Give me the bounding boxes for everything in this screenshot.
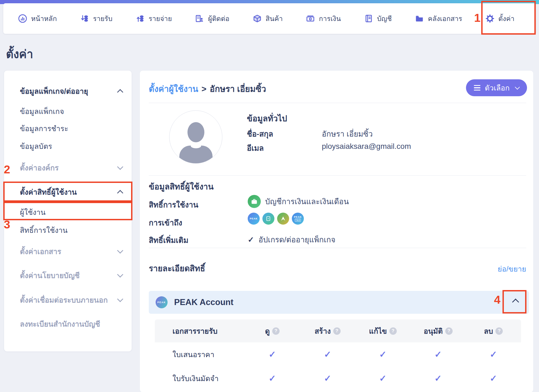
breadcrumb: ตั้งค่าผู้ใช้งาน > อักษรา เอี่ยมซิ้ว bbox=[149, 82, 266, 96]
top-navigation: หน้าหลัก รายรับ รายจ่าย bbox=[3, 3, 536, 34]
column-header-edit: แก้ไข ? bbox=[355, 325, 410, 337]
check-icon: ✓ bbox=[434, 373, 442, 384]
contacts-icon bbox=[195, 14, 204, 23]
rights-detail-title: รายละเอียดสิทธิ์ bbox=[149, 262, 205, 275]
finance-icon bbox=[306, 14, 315, 23]
column-header-delete: ลบ ? bbox=[466, 325, 521, 337]
access-label: การเข้าถึง bbox=[149, 217, 182, 229]
avatar-person-icon bbox=[187, 122, 204, 142]
avatar bbox=[169, 110, 222, 164]
role-value: บัญชีการเงินและเงินเดือน bbox=[265, 195, 349, 207]
dashboard-icon bbox=[18, 14, 27, 23]
help-icon[interactable]: ? bbox=[389, 327, 397, 335]
permission-info-title: ข้อมูลสิทธิ์ผู้ใช้งาน bbox=[149, 180, 214, 193]
check-icon: ✓ bbox=[434, 349, 442, 360]
extra-rights-label: สิทธิ์เพิ่มเติม bbox=[149, 234, 188, 246]
check-icon: ✓ bbox=[248, 235, 254, 244]
chevron-down-icon bbox=[117, 164, 123, 170]
section-divider bbox=[149, 248, 526, 248]
sidebar-group-label: ตั้งค่าเอกสาร bbox=[20, 246, 61, 257]
help-icon[interactable]: ? bbox=[445, 327, 453, 335]
check-icon: ✓ bbox=[269, 373, 276, 384]
nav-item-accounting[interactable]: บัญชี bbox=[364, 13, 392, 24]
folder-icon bbox=[415, 14, 424, 23]
sidebar-group-label: ตั้งค่าองค์กร bbox=[20, 162, 59, 174]
extra-rights-row: ✓ อัปเกรด/ต่ออายุแพ็กเกจ bbox=[248, 234, 335, 246]
nav-item-contacts[interactable]: ผู้ติดต่อ bbox=[195, 13, 229, 24]
expense-icon bbox=[136, 14, 144, 23]
sidebar-item-label: ข้อมูลแพ็กเกจ bbox=[20, 105, 64, 117]
sidebar-group-label: ข้อมูลแพ็กเกจ/ต่ออายุ bbox=[20, 85, 88, 97]
nav-item-finance[interactable]: การเงิน bbox=[306, 13, 341, 24]
peak-account-app-icon: PEAK bbox=[248, 213, 260, 225]
name-value: อักษรา เอี่ยมซิ้ว bbox=[322, 128, 373, 140]
check-icon: ✓ bbox=[490, 373, 497, 384]
nav-label: คลังเอกสาร bbox=[428, 13, 462, 24]
annotation-step-3: 3 bbox=[4, 218, 10, 231]
sidebar-group-label: ตั้งค่านโยบายบัญชี bbox=[20, 270, 80, 281]
nav-label: ผู้ติดต่อ bbox=[208, 13, 229, 24]
nav-label: รายรับ bbox=[93, 13, 112, 24]
help-icon[interactable]: ? bbox=[495, 327, 503, 335]
column-header-approve: อนุมัติ ? bbox=[410, 325, 466, 337]
nav-label: การเงิน bbox=[319, 13, 341, 24]
sidebar-item-accounting-firm-register[interactable]: ลงทะเบียนสำนักงานบัญชี bbox=[4, 318, 132, 330]
nav-item-income[interactable]: รายรับ bbox=[80, 13, 112, 24]
chevron-up-icon bbox=[117, 89, 123, 95]
annotation-box-users-item bbox=[3, 202, 132, 220]
breadcrumb-current-user: อักษรา เอี่ยมซิ้ว bbox=[210, 82, 266, 96]
products-icon bbox=[253, 14, 262, 23]
table-header-row: เอกสารรายรับ ดู ? สร้าง ? แก้ไข ? อนุมัต… bbox=[155, 319, 521, 342]
email-value: ploysaiaksara@gmail.com bbox=[322, 142, 411, 151]
help-icon[interactable]: ? bbox=[272, 327, 280, 335]
help-icon[interactable]: ? bbox=[333, 327, 341, 335]
peak-account-accordion[interactable]: PEAK PEAK Account bbox=[149, 291, 529, 314]
briefcase-icon bbox=[248, 195, 261, 208]
sidebar-group-documents[interactable]: ตั้งค่าเอกสาร bbox=[4, 245, 132, 257]
sidebar-group-external-integration[interactable]: ตั้งค่าเชื่อมต่อระบบภายนอก bbox=[4, 294, 132, 306]
chevron-down-icon bbox=[117, 248, 123, 254]
annotation-box-user-rights-group bbox=[3, 182, 132, 202]
nav-label: หน้าหลัก bbox=[31, 13, 57, 24]
nav-label: สินค้า bbox=[266, 13, 283, 24]
chevron-down-icon bbox=[117, 296, 123, 302]
check-icon: ✓ bbox=[269, 349, 276, 360]
table-row-deposit-receipt: ใบรับเงินมัดจำ ✓ ✓ ✓ ✓ ✓ bbox=[155, 366, 521, 390]
peak-account-label: PEAK Account bbox=[174, 297, 234, 307]
column-header-income-documents: เอกสารรายรับ bbox=[155, 325, 245, 337]
column-header-view: ดู ? bbox=[245, 325, 300, 337]
annotation-step-2: 2 bbox=[4, 163, 10, 176]
app-window: หน้าหลัก รายรับ รายจ่าย bbox=[0, 0, 539, 392]
general-info-title: ข้อมูลทั่วไป bbox=[247, 112, 287, 125]
extra-rights-value: อัปเกรด/ต่ออายุแพ็กเกจ bbox=[258, 234, 335, 246]
peak-logo-icon: PEAK bbox=[156, 296, 168, 308]
annotation-box-accordion-chevron bbox=[502, 290, 526, 313]
sidebar-item-card-info[interactable]: ข้อมูลบัตร bbox=[4, 140, 132, 152]
column-header-create: สร้าง ? bbox=[300, 325, 355, 337]
email-label: อีเมล bbox=[247, 142, 264, 154]
options-button[interactable]: ตัวเลือก bbox=[466, 79, 527, 96]
sidebar-group-package[interactable]: ข้อมูลแพ็กเกจ/ต่ออายุ bbox=[4, 85, 132, 97]
options-button-label: ตัวเลือก bbox=[485, 82, 510, 94]
menu-icon bbox=[474, 85, 480, 91]
annotation-step-1: 1 bbox=[474, 11, 480, 25]
sidebar-group-label: ตั้งค่าเชื่อมต่อระบบภายนอก bbox=[20, 294, 108, 306]
breadcrumb-link-user-settings[interactable]: ตั้งค่าผู้ใช้งาน bbox=[149, 82, 198, 96]
sidebar-item-label: ลงทะเบียนสำนักงานบัญชี bbox=[20, 318, 100, 330]
nav-item-home[interactable]: หน้าหลัก bbox=[18, 13, 57, 24]
peak-document-app-icon bbox=[262, 213, 274, 225]
sidebar-item-usage-rights[interactable]: สิทธิ์การใช้งาน bbox=[4, 224, 132, 236]
sidebar-group-organization[interactable]: ตั้งค่าองค์กร bbox=[4, 162, 132, 174]
nav-item-documents[interactable]: คลังเอกสาร bbox=[415, 13, 462, 24]
nav-item-products[interactable]: สินค้า bbox=[253, 13, 283, 24]
sidebar-group-accounting-policy[interactable]: ตั้งค่านโยบายบัญชี bbox=[4, 269, 132, 281]
collapse-expand-link[interactable]: ย่อ/ขยาย bbox=[498, 263, 526, 275]
nav-label: บัญชี bbox=[377, 13, 392, 24]
access-apps: PEAK PEAK TAX bbox=[248, 213, 304, 225]
check-icon: ✓ bbox=[379, 349, 387, 360]
nav-item-expense[interactable]: รายจ่าย bbox=[136, 13, 172, 24]
annotation-box-settings-nav bbox=[481, 1, 536, 35]
sidebar-item-payment-info[interactable]: ข้อมูลการชำระ bbox=[4, 122, 132, 134]
sidebar-item-package-info[interactable]: ข้อมูลแพ็กเกจ bbox=[4, 105, 132, 117]
check-icon: ✓ bbox=[324, 349, 331, 360]
